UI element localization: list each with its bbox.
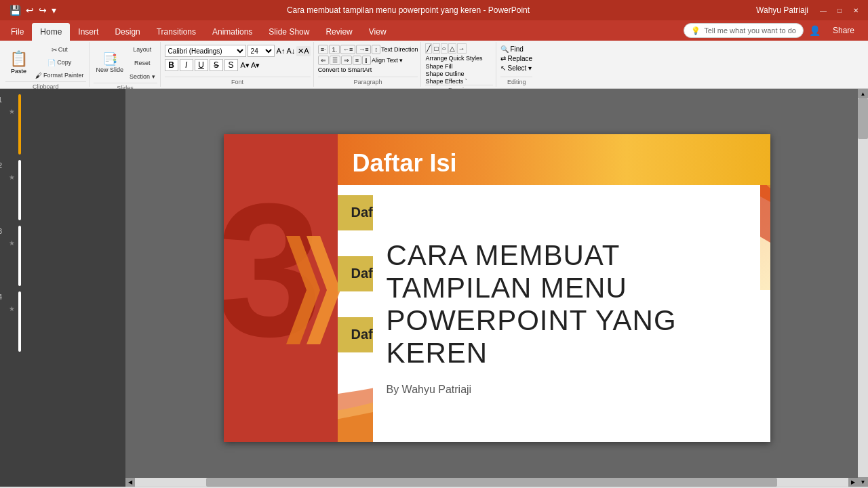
font-style-row: B I U S̶ S A▾ A▾ — [165, 59, 311, 71]
quick-styles-button[interactable]: Quick Styles — [449, 55, 483, 62]
redo-icon[interactable]: ↪ — [37, 3, 48, 17]
italic-button[interactable]: I — [180, 59, 193, 71]
font-size-select[interactable]: 24 — [248, 45, 275, 57]
editor-area[interactable]: ▲ ▼ — [125, 89, 868, 487]
h-scroll-track[interactable] — [135, 478, 848, 487]
paragraph-group: ≡· 1. ←≡ →≡ ↕ Text Direction ⇐ ☰ ⇒ ≡ ⫿ A… — [315, 42, 422, 87]
drawing-content: ╱ □ ○ △ → Arrange Quick Styles Shape Fil… — [425, 43, 493, 85]
scroll-down-button[interactable]: ▼ — [858, 477, 868, 487]
bold-button[interactable]: B — [165, 59, 178, 71]
line-spacing-button[interactable]: ↕ — [372, 45, 380, 54]
shape-arrow[interactable]: → — [457, 43, 467, 54]
section-button[interactable]: Section ▾ — [127, 70, 157, 83]
shape-triangle[interactable]: △ — [448, 43, 456, 54]
slide-3-star: ★ — [9, 239, 15, 247]
tell-me-bar[interactable]: 💡 Tell me what you want to do — [684, 23, 804, 38]
align-text-button[interactable]: Align Text ▾ — [372, 57, 403, 64]
find-button[interactable]: 🔍 Find — [500, 45, 532, 53]
slide-1-wrapper: 1 ★ CARA MEMBUAT TAMPILAN MENU POWERPOIN… — [3, 94, 122, 155]
tab-home[interactable]: Home — [32, 23, 70, 41]
font-name-row: Calibri (Headings) 24 A↑ A↓ ✕A — [165, 45, 311, 57]
reset-button[interactable]: Reset — [127, 57, 157, 69]
close-button[interactable]: ✕ — [849, 4, 863, 16]
clipboard-small-btns: ✂ Cut 📄 Copy 🖌 Format Painter — [33, 43, 86, 81]
align-center-button[interactable]: ☰ — [330, 56, 340, 65]
main-title-area[interactable]: CARA MEMBUAT TAMPILAN MENU POWERPOINT YA… — [387, 239, 747, 396]
font-name-select[interactable]: Calibri (Headings) — [165, 45, 246, 57]
scroll-track[interactable] — [858, 98, 868, 477]
slide-3-thumbnail[interactable]: ▶ DAFTAR 2 — [18, 226, 21, 286]
slide-1-star: ★ — [9, 108, 15, 115]
tab-file[interactable]: File — [3, 23, 32, 41]
tab-slideshow[interactable]: Slide Show — [260, 23, 317, 41]
clear-format-button[interactable]: ✕A — [296, 46, 310, 56]
slide-2-wrapper: 2 ★ ▶ DAFTAR 1 — [3, 160, 122, 220]
share-button[interactable]: Share — [825, 23, 863, 38]
shape-fill-button[interactable]: Shape Fill — [425, 63, 493, 70]
smartart-button[interactable]: Convert to SmartArt — [318, 66, 418, 73]
clipboard-content: 📋 Paste ✂ Cut 📄 Copy 🖌 Format Painter — [5, 43, 86, 81]
shape-format-btns: Shape Fill Shape Outline Shape Effects ` — [425, 63, 493, 85]
new-slide-button[interactable]: 📑 New Slide — [94, 45, 127, 81]
slide-3-number: 3 — [0, 227, 2, 235]
slide-1-thumbnail[interactable]: CARA MEMBUAT TAMPILAN MENU POWERPOINT YA… — [18, 94, 21, 155]
shadow-button[interactable]: S — [224, 59, 238, 71]
strikethrough-button[interactable]: S̶ — [210, 59, 223, 71]
columns-button[interactable]: ⫿ — [362, 56, 371, 65]
tab-review[interactable]: Review — [317, 23, 360, 41]
layout-button[interactable]: Layout — [127, 43, 157, 56]
tab-insert[interactable]: Insert — [70, 23, 106, 41]
copy-button[interactable]: 📄 Copy — [33, 56, 86, 68]
customize-icon[interactable]: ▾ — [50, 3, 58, 17]
section-title[interactable]: Daftar Isi — [353, 149, 457, 178]
slide-4-wrapper: 4 ★ ▶ DAFTAR 3 — [3, 291, 122, 352]
shape-line[interactable]: ╱ — [425, 43, 432, 54]
editing-group: 🔍 Find ⇄ Replace ↖ Select ▾ Editing — [498, 42, 535, 87]
undo-icon[interactable]: ↩ — [24, 3, 35, 17]
select-button[interactable]: ↖ Select ▾ — [500, 64, 532, 72]
text-direction-button[interactable]: Text Direction — [381, 46, 418, 53]
shape-outline-button[interactable]: Shape Outline — [425, 70, 493, 77]
arrange-button[interactable]: Arrange — [425, 55, 447, 62]
bullets-button[interactable]: ≡· — [318, 45, 329, 54]
slide-4-number: 4 — [0, 293, 2, 301]
scroll-up-button[interactable]: ▲ — [858, 89, 868, 98]
cut-button[interactable]: ✂ Cut — [33, 43, 86, 56]
underline-button[interactable]: U — [195, 59, 208, 71]
minimize-button[interactable]: — — [816, 4, 830, 16]
align-left-button[interactable]: ⇐ — [318, 56, 329, 65]
highlight-color-button[interactable]: A▾ — [251, 61, 260, 70]
align-right-button[interactable]: ⇒ — [341, 56, 352, 65]
scroll-thumb[interactable] — [858, 98, 868, 139]
save-icon[interactable]: 💾 — [8, 3, 22, 17]
scroll-left-button[interactable]: ◀ — [125, 478, 135, 487]
tab-view[interactable]: View — [361, 23, 395, 41]
h-scroll-thumb[interactable] — [206, 478, 777, 487]
shape-effects-button[interactable]: Shape Effects ` — [425, 78, 493, 85]
scroll-right-button[interactable]: ▶ — [848, 478, 858, 487]
numbering-button[interactable]: 1. — [329, 45, 340, 54]
slide-canvas[interactable]: 3 Daftar Isi Daftar 1 Daftar 2 Daftar 3 — [224, 134, 770, 442]
slide-panel[interactable]: 1 ★ CARA MEMBUAT TAMPILAN MENU POWERPOIN… — [0, 89, 125, 487]
justify-button[interactable]: ≡ — [353, 56, 361, 65]
slide-2-thumbnail[interactable]: ▶ DAFTAR 1 — [18, 160, 21, 220]
increase-indent-button[interactable]: →≡ — [356, 45, 371, 54]
font-size-increase-button[interactable]: A↑ — [277, 47, 285, 55]
vertical-scrollbar[interactable]: ▲ ▼ — [858, 89, 868, 487]
replace-button[interactable]: ⇄ Replace — [500, 55, 532, 62]
slide-4-thumbnail[interactable]: ▶ DAFTAR 3 — [18, 291, 21, 352]
font-color-button[interactable]: A▾ — [241, 61, 250, 70]
horizontal-scrollbar[interactable]: ◀ ▶ — [125, 478, 858, 487]
paste-button[interactable]: 📋 Paste — [5, 45, 32, 80]
lightbulb-icon: 💡 — [691, 26, 701, 35]
shape-oval[interactable]: ○ — [441, 43, 448, 54]
maximize-button[interactable]: □ — [833, 4, 846, 16]
decrease-indent-button[interactable]: ←≡ — [340, 45, 355, 54]
tab-transitions[interactable]: Transitions — [149, 23, 204, 41]
shape-rect[interactable]: □ — [433, 43, 439, 54]
format-painter-button[interactable]: 🖌 Format Painter — [33, 69, 86, 81]
tab-animations[interactable]: Animations — [204, 23, 260, 41]
ribbon: File Home Insert Design Transitions Anim… — [0, 20, 868, 89]
font-size-decrease-button[interactable]: A↓ — [286, 47, 295, 55]
tab-design[interactable]: Design — [106, 23, 148, 41]
